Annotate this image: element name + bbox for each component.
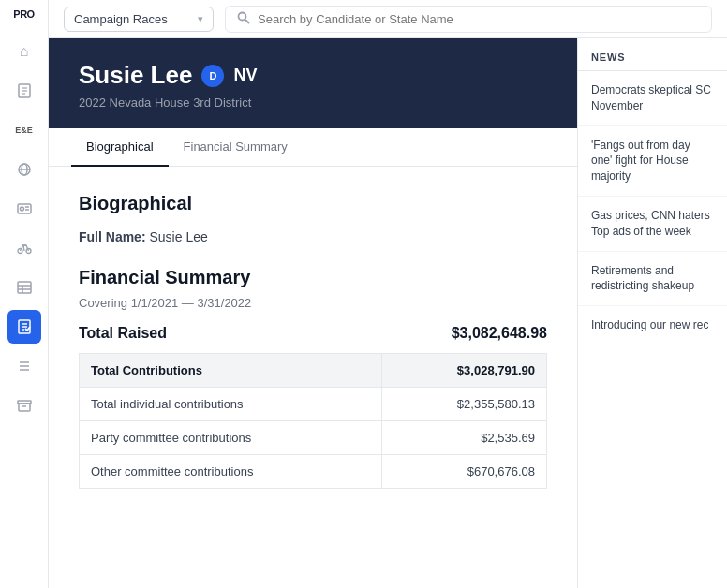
table-row: Other committee contributions$670,676.08 <box>80 455 547 489</box>
chevron-down-icon: ▾ <box>198 13 203 25</box>
biographical-section: Biographical Full Name: Susie Lee <box>79 193 547 244</box>
news-item[interactable]: Retirements and redistricting shakeup <box>578 252 727 307</box>
news-sidebar: NEWS Democrats skeptical SC November'Fan… <box>577 38 727 588</box>
hero-banner: Susie Lee D NV 2022 Nevada House 3rd Dis… <box>49 38 577 128</box>
table-row: Party committee contributions$2,535.69 <box>80 421 547 455</box>
covering-date: Covering 1/1/2021 — 3/31/2022 <box>79 296 547 310</box>
news-header: NEWS <box>578 38 727 71</box>
news-item[interactable]: Democrats skeptical SC November <box>578 71 727 126</box>
campaign-races-dropdown[interactable]: Campaign Races ▾ <box>64 7 214 32</box>
globe-icon[interactable] <box>7 153 41 186</box>
dropdown-label: Campaign Races <box>74 12 168 26</box>
tab-biographical[interactable]: Biographical <box>71 128 169 167</box>
total-raised-label: Total Raised <box>79 325 167 342</box>
party-badge: D <box>201 65 224 87</box>
biographical-title: Biographical <box>79 193 547 214</box>
search-bar <box>225 6 712 33</box>
main-panel: Susie Lee D NV 2022 Nevada House 3rd Dis… <box>49 38 577 588</box>
financial-section: Financial Summary Covering 1/1/2021 — 3/… <box>79 267 547 489</box>
svg-point-8 <box>20 207 23 211</box>
ballot-icon[interactable] <box>7 310 41 344</box>
news-item[interactable]: Gas prices, CNN haters Top ads of the we… <box>578 197 727 252</box>
tabs-bar: Biographical Financial Summary <box>49 128 577 167</box>
main-wrapper: Campaign Races ▾ Susie Lee D NV 2022 Nev… <box>49 0 727 588</box>
race-subtitle: 2022 Nevada House 3rd District <box>79 96 547 110</box>
total-raised-value: $3,082,648.98 <box>452 325 547 342</box>
news-items-container: Democrats skeptical SC November'Fangs ou… <box>578 71 727 345</box>
full-name-field: Full Name: Susie Lee <box>79 229 547 244</box>
total-raised-row: Total Raised $3,082,648.98 <box>79 325 547 342</box>
bicycle-icon[interactable] <box>7 231 41 265</box>
content-area: Susie Lee D NV 2022 Nevada House 3rd Dis… <box>49 38 727 588</box>
full-name-label: Full Name: <box>79 229 146 244</box>
scroll-content: Biographical Full Name: Susie Lee Financ… <box>49 167 577 588</box>
candidate-name: Susie Lee <box>79 61 192 90</box>
archive-icon[interactable] <box>7 389 41 422</box>
sidebar: PRO ⌂ E&E <box>0 0 49 588</box>
candidate-name-row: Susie Lee D NV <box>79 61 547 90</box>
full-name-value: Susie Lee <box>149 229 207 244</box>
app-logo: PRO <box>13 9 34 20</box>
search-input[interactable] <box>258 12 700 26</box>
search-icon <box>237 11 250 27</box>
list-icon[interactable] <box>7 349 41 383</box>
svg-point-27 <box>239 12 246 20</box>
state-label: NV <box>233 66 257 85</box>
table-row: Total Contributions$3,028,791.90 <box>80 354 547 388</box>
news-item[interactable]: 'Fangs out from day one' fight for House… <box>578 126 727 197</box>
tab-financial-summary[interactable]: Financial Summary <box>169 128 303 167</box>
financial-table: Total Contributions$3,028,791.90Total in… <box>79 353 547 489</box>
svg-rect-14 <box>18 282 31 293</box>
svg-line-28 <box>245 20 249 23</box>
document-icon[interactable] <box>7 74 41 108</box>
home-icon[interactable]: ⌂ <box>7 35 41 68</box>
topbar: Campaign Races ▾ <box>49 0 727 38</box>
table-row: Total individual contributions$2,355,580… <box>80 388 547 421</box>
financial-title: Financial Summary <box>79 267 547 288</box>
id-card-icon[interactable] <box>7 192 41 226</box>
table-icon[interactable] <box>7 271 41 304</box>
ee-icon[interactable]: E&E <box>7 113 41 147</box>
news-item[interactable]: Introducing our new rec <box>578 306 727 345</box>
